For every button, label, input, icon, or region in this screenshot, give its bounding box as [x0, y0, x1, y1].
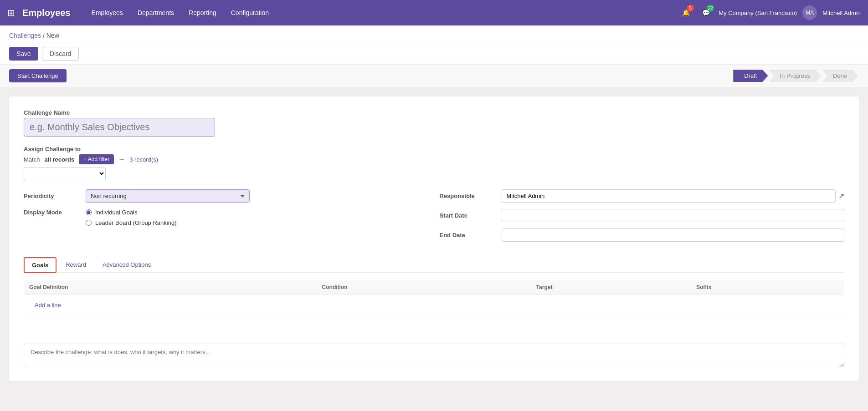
form-right-col: Responsible ↗ Start Date End Date	[440, 189, 845, 248]
start-date-input[interactable]	[502, 209, 845, 222]
nav-menu: Employees Departments Reporting Configur…	[85, 5, 675, 20]
display-individual-label: Individual Goals	[95, 209, 138, 216]
responsible-row: Responsible ↗	[440, 189, 845, 203]
nav-reporting[interactable]: Reporting	[182, 5, 223, 20]
form-card: Challenge Name Assign Challenge to Match…	[9, 96, 859, 381]
top-right-actions: 🔔 5 💬 22 My Company (San Francisco) MA M…	[678, 5, 861, 20]
goals-table: Goal Definition Condition Target Suffix …	[24, 280, 844, 316]
assign-challenge-label: Assign Challenge to	[24, 146, 844, 152]
display-individual-radio[interactable]	[86, 209, 92, 215]
col-suffix: Suffix	[691, 280, 844, 294]
goals-table-body: Add a line	[24, 294, 844, 316]
display-mode-row: Display Mode Individual Goals Leader Boa…	[24, 209, 429, 226]
bell-badge: 5	[687, 5, 694, 12]
tab-goals[interactable]: Goals	[24, 257, 56, 273]
stage-indicator: Draft In Progress Done	[733, 70, 859, 82]
app-brand: Employees	[22, 8, 71, 18]
display-leaderboard-option[interactable]: Leader Board (Group Ranking)	[86, 219, 177, 226]
periodicity-row: Periodicity Non recurring Daily Weekly M…	[24, 189, 429, 203]
nav-configuration[interactable]: Configuration	[225, 5, 275, 20]
assign-challenge-group: Assign Challenge to Match all records + …	[24, 146, 844, 180]
display-leaderboard-radio[interactable]	[86, 220, 92, 226]
display-leaderboard-label: Leader Board (Group Ranking)	[95, 219, 177, 226]
add-line-row: Add a line	[24, 294, 844, 316]
tab-reward[interactable]: Reward	[58, 257, 93, 273]
match-all: all records	[44, 156, 74, 163]
avatar-initials: MA	[802, 5, 817, 20]
stage-in-progress: In Progress	[769, 70, 821, 82]
assign-row: Match all records + Add filter → 3 recor…	[24, 154, 844, 164]
main-content: Challenge Name Assign Challenge to Match…	[0, 87, 868, 391]
tabs-container: Goals Reward Advanced Options	[24, 257, 844, 273]
stage-draft: Draft	[733, 70, 768, 82]
end-date-input[interactable]	[502, 228, 845, 242]
save-button[interactable]: Save	[9, 47, 38, 61]
col-condition: Condition	[317, 280, 531, 294]
grid-icon[interactable]: ⊞	[7, 7, 15, 18]
periodicity-label: Periodicity	[24, 193, 78, 199]
start-date-wrapper	[502, 209, 845, 222]
breadcrumb: Challenges / New	[0, 25, 868, 43]
breadcrumb-separator: /	[43, 32, 46, 39]
status-bar: Start Challenge Draft In Progress Done	[0, 65, 868, 87]
end-date-wrapper	[502, 228, 845, 242]
challenge-name-label: Challenge Name	[24, 109, 844, 116]
domain-selector-row	[24, 167, 844, 180]
notifications-bell[interactable]: 🔔 5	[678, 5, 693, 20]
col-goal-definition: Goal Definition	[24, 280, 317, 294]
tab-advanced-options[interactable]: Advanced Options	[95, 257, 158, 273]
description-group	[24, 344, 844, 369]
nav-employees[interactable]: Employees	[85, 5, 129, 20]
company-name: My Company (San Francisco)	[719, 10, 797, 16]
breadcrumb-current: New	[46, 32, 59, 39]
end-date-label: End Date	[440, 232, 494, 238]
goals-tab-content: Goal Definition Condition Target Suffix …	[24, 280, 844, 316]
col-target: Target	[531, 280, 691, 294]
start-date-label: Start Date	[440, 212, 494, 219]
breadcrumb-parent[interactable]: Challenges	[9, 32, 41, 39]
responsible-input[interactable]	[502, 189, 836, 203]
domain-select[interactable]	[24, 167, 106, 180]
periodicity-select[interactable]: Non recurring Daily Weekly Monthly Yearl…	[86, 189, 250, 203]
add-line-link[interactable]: Add a line	[29, 298, 67, 312]
responsible-label: Responsible	[440, 193, 494, 199]
responsible-field-wrapper: ↗	[502, 189, 845, 203]
start-challenge-button[interactable]: Start Challenge	[9, 69, 67, 82]
user-avatar[interactable]: MA	[802, 5, 817, 20]
user-name: Mitchell Admin	[822, 10, 861, 16]
add-filter-button[interactable]: + Add filter	[79, 154, 114, 164]
external-link-icon[interactable]: ↗	[838, 192, 844, 200]
start-date-row: Start Date	[440, 209, 845, 222]
display-mode-options: Individual Goals Leader Board (Group Ran…	[86, 209, 177, 226]
form-left-col: Periodicity Non recurring Daily Weekly M…	[24, 189, 429, 248]
display-mode-label: Display Mode	[24, 209, 78, 216]
action-bar: Save Discard	[0, 43, 868, 65]
challenge-name-group: Challenge Name	[24, 109, 844, 137]
records-count[interactable]: 3 record(s)	[129, 156, 158, 163]
description-textarea[interactable]	[24, 344, 844, 367]
match-text: Match	[24, 156, 40, 163]
display-individual-option[interactable]: Individual Goals	[86, 209, 177, 216]
challenge-name-input[interactable]	[24, 118, 215, 137]
form-two-col: Periodicity Non recurring Daily Weekly M…	[24, 189, 844, 248]
chat-badge: 22	[707, 5, 714, 12]
stage-done: Done	[822, 70, 858, 82]
discard-button[interactable]: Discard	[42, 47, 79, 61]
top-navigation: ⊞ Employees Employees Departments Report…	[0, 0, 868, 25]
chat-icon-button[interactable]: 💬 22	[699, 5, 713, 20]
nav-departments[interactable]: Departments	[131, 5, 180, 20]
content-spacer	[24, 316, 844, 344]
end-date-row: End Date	[440, 228, 845, 242]
arrow-icon: →	[118, 156, 125, 163]
